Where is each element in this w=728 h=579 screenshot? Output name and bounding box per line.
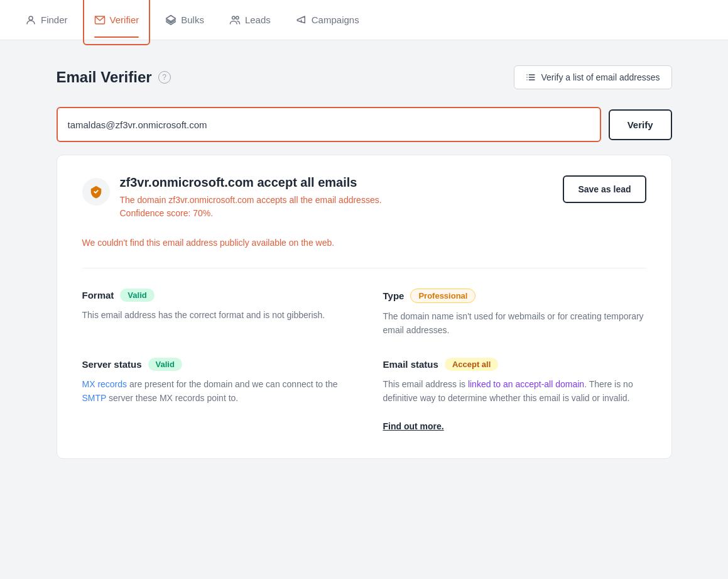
divider [82, 268, 646, 268]
person-icon [25, 14, 36, 26]
server-status-badge: Valid [148, 358, 182, 371]
domain-header: zf3vr.onmicrosoft.com accept all emails … [82, 175, 646, 220]
main-content: Email Verifier ? Verify a list of email … [19, 40, 710, 484]
type-label-row: Type Professional [383, 289, 646, 303]
email-input-row: Verify [57, 107, 672, 142]
email-status-block: Email status Accept all This email addre… [383, 358, 646, 434]
nav-item-leads[interactable]: Leads [219, 0, 281, 40]
email-input[interactable] [68, 119, 590, 130]
domain-desc: The domain zf3vr.onmicrosoft.com accepts… [120, 194, 382, 220]
email-status-description: This email address is linked to an accep… [383, 377, 646, 434]
format-badge: Valid [120, 289, 154, 302]
shield-icon [89, 185, 103, 199]
linked-text: linked to an accept-all domain [468, 379, 584, 389]
type-label: Type [383, 290, 405, 301]
server-status-label: Server status [82, 359, 142, 370]
people-icon [229, 14, 241, 26]
nav-item-finder[interactable]: Finder [15, 0, 78, 40]
type-block: Type Professional The domain name isn't … [383, 289, 646, 338]
nav-leads-label: Leads [245, 14, 271, 25]
find-out-more-link[interactable]: Find out more. [383, 421, 444, 431]
type-badge: Professional [410, 289, 475, 303]
page-title-wrap: Email Verifier ? [57, 69, 171, 86]
mx-records-link: MX records [82, 379, 128, 389]
format-label: Format [82, 290, 114, 301]
domain-text-block: zf3vr.onmicrosoft.com accept all emails … [120, 175, 382, 220]
shield-icon-wrap [82, 178, 110, 206]
help-icon[interactable]: ? [158, 71, 171, 84]
domain-title: zf3vr.onmicrosoft.com accept all emails [120, 175, 382, 190]
email-status-label-row: Email status Accept all [383, 358, 646, 371]
type-description: The domain name isn't used for webmails … [383, 309, 646, 338]
svg-point-0 [29, 16, 33, 20]
domain-info: zf3vr.onmicrosoft.com accept all emails … [82, 175, 382, 220]
nav-item-verifier[interactable]: Verifier [83, 0, 151, 45]
verify-button[interactable]: Verify [609, 109, 672, 140]
layers-icon [165, 14, 177, 26]
navigation: Finder Verifier Bulks Leads [0, 0, 728, 40]
format-description: This email address has the correct forma… [82, 308, 345, 322]
server-status-description: MX records are present for the domain an… [82, 377, 345, 405]
list-icon [526, 72, 536, 82]
svg-point-4 [236, 16, 239, 19]
email-status-label: Email status [383, 359, 438, 370]
nav-verifier-label: Verifier [110, 14, 139, 25]
domain-desc-line1: The domain zf3vr.onmicrosoft.com accepts… [120, 195, 382, 205]
save-lead-label: Save as lead [578, 184, 631, 194]
nav-bulks-label: Bulks [181, 14, 204, 25]
svg-point-3 [232, 16, 235, 19]
email-status-desc-text: This email address is linked to an accep… [383, 379, 633, 403]
nav-finder-label: Finder [41, 14, 68, 25]
result-card: zf3vr.onmicrosoft.com accept all emails … [57, 155, 672, 459]
domain-desc-line2: Confidence score: 70%. [120, 208, 214, 218]
verify-button-label: Verify [627, 119, 653, 130]
nav-item-bulks[interactable]: Bulks [155, 0, 214, 40]
verify-list-label: Verify a list of email addresses [541, 72, 660, 82]
email-icon [94, 14, 106, 26]
verify-list-button[interactable]: Verify a list of email addresses [514, 65, 671, 89]
save-lead-button[interactable]: Save as lead [563, 175, 646, 203]
page-title: Email Verifier [57, 69, 152, 86]
email-status-badge: Accept all [445, 358, 498, 371]
page-header: Email Verifier ? Verify a list of email … [57, 65, 672, 89]
nav-campaigns-label: Campaigns [312, 14, 359, 25]
format-block: Format Valid This email address has the … [82, 289, 345, 338]
server-status-block: Server status Valid MX records are prese… [82, 358, 345, 434]
server-status-label-row: Server status Valid [82, 358, 345, 371]
megaphone-icon [296, 14, 307, 26]
email-input-wrap [57, 107, 601, 142]
format-label-row: Format Valid [82, 289, 345, 302]
details-grid: Format Valid This email address has the … [82, 289, 646, 433]
not-found-message: We couldn't find this email address publ… [82, 235, 646, 248]
smtp-link: SMTP [82, 393, 107, 403]
nav-item-campaigns[interactable]: Campaigns [286, 0, 369, 40]
